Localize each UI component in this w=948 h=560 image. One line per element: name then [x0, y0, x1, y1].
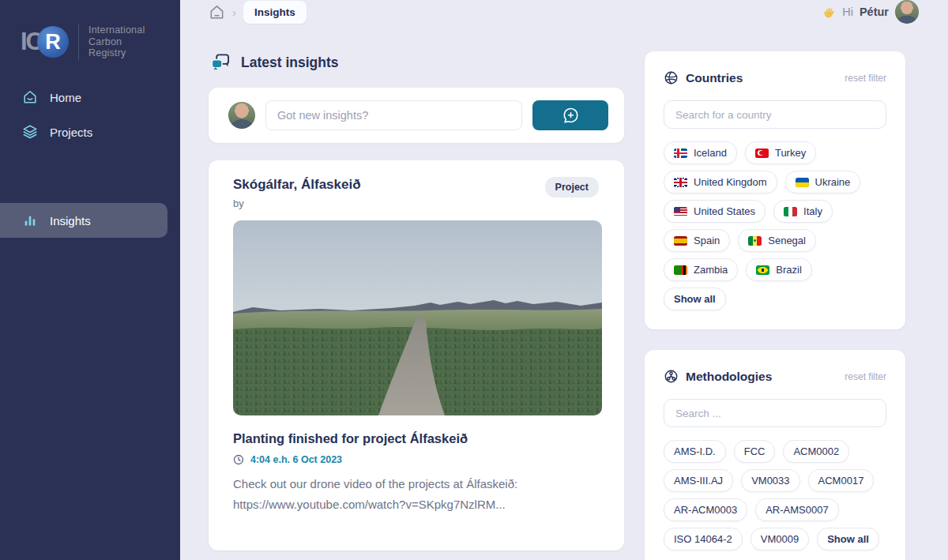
chip-label: FCC — [744, 445, 766, 457]
country-chip-ua[interactable]: Ukraine — [785, 171, 861, 194]
chip-label: AR-AMS0007 — [766, 504, 828, 516]
post-insight-button[interactable] — [532, 100, 608, 130]
country-chip-tr[interactable]: Turkey — [745, 141, 816, 164]
methodology-chip[interactable]: AR-ACM0003 — [664, 498, 747, 521]
countries-reset-filter[interactable]: reset filter — [845, 73, 886, 84]
bubble-plus-icon — [562, 107, 580, 125]
countries-panel: Countries reset filter IcelandTurkeyUnit… — [645, 51, 905, 329]
flag-it-icon — [784, 207, 797, 216]
chip-label: Iceland — [694, 147, 727, 159]
country-chip-br[interactable]: Brazil — [746, 258, 812, 281]
methodology-chip[interactable]: AMS-I.D. — [664, 440, 726, 463]
flag-tr-icon — [755, 148, 769, 158]
layers-icon — [22, 124, 38, 140]
sidebar-item-home[interactable]: Home — [0, 80, 180, 115]
chip-label: VM0033 — [751, 475, 789, 487]
methodology-chip[interactable]: VM0033 — [741, 469, 799, 492]
methodology-chip[interactable]: VM0009 — [750, 528, 809, 551]
methodology-chip[interactable]: ISO 14064-2 — [664, 528, 743, 551]
post-header: Skógálfar, Álfaskeið by Project — [233, 177, 599, 209]
methodology-chip[interactable]: ACM0017 — [808, 469, 875, 492]
country-chip-it[interactable]: Italy — [773, 200, 833, 223]
bar-chart-icon — [22, 212, 38, 228]
sidebar-item-label: Projects — [50, 126, 92, 139]
logo-r-circle: R — [37, 26, 69, 58]
methodology-search-input[interactable] — [664, 399, 886, 427]
country-chip-zm[interactable]: Zambia — [664, 258, 738, 281]
countries-header: Countries reset filter — [664, 70, 886, 85]
methodology-chip[interactable]: FCC — [734, 440, 776, 463]
insight-post-card: Skógálfar, Álfaskeið by Project — [209, 160, 624, 551]
insight-composer — [209, 88, 624, 143]
user-avatar[interactable] — [895, 0, 919, 24]
app-root: IC R International Carbon Registry Home — [0, 0, 948, 560]
chip-label: Show all — [827, 533, 869, 545]
content: Latest insights Skógálfa — [209, 24, 948, 560]
methodologies-show-all-button[interactable]: Show all — [817, 528, 879, 551]
sidebar-item-label: Home — [50, 91, 81, 104]
user-greeting: Hi Pétur — [822, 0, 919, 24]
flag-us-icon — [674, 207, 687, 216]
post-byline: by — [233, 197, 361, 209]
sidebar-nav: Home Projects Insights — [0, 80, 180, 238]
sidebar-item-label: Insights — [50, 214, 91, 227]
chip-label: Brazil — [776, 264, 802, 276]
insights-feed: Latest insights Skógálfa — [209, 24, 624, 551]
breadcrumb-home-icon[interactable] — [209, 4, 225, 21]
greeting-text: Hi — [842, 6, 853, 18]
waving-hand-icon — [822, 6, 836, 19]
methodologies-title: Methodologies — [686, 370, 772, 384]
home-icon — [22, 89, 38, 105]
flag-es-icon — [674, 236, 687, 246]
methodologies-header: Methodologies reset filter — [664, 369, 886, 384]
sidebar-item-projects[interactable]: Projects — [0, 115, 180, 149]
breadcrumb-current[interactable]: Insights — [243, 1, 307, 24]
chip-label: Zambia — [694, 264, 728, 276]
methodologies-reset-filter[interactable]: reset filter — [845, 371, 886, 382]
country-chip-gb[interactable]: United Kingdom — [664, 171, 777, 194]
post-type-badge: Project — [545, 177, 599, 197]
filters-column: Countries reset filter IcelandTurkeyUnit… — [645, 24, 905, 560]
methodology-chip[interactable]: AMS-III.AJ — [664, 469, 733, 492]
methodology-chip[interactable]: AR-AMS0007 — [755, 498, 838, 521]
chip-label: Spain — [694, 235, 720, 246]
chip-label: AMS-III.AJ — [674, 475, 723, 487]
chip-label: United Kingdom — [694, 176, 767, 188]
post-body-link: https://www.youtube.com/watch?v=SKpkg7Nz… — [233, 498, 506, 511]
post-body-line1: Check out our drone video of the project… — [233, 477, 517, 490]
flag-gb-icon — [674, 178, 687, 187]
country-chip-us[interactable]: United States — [664, 200, 766, 223]
section-title: Latest insights — [241, 54, 339, 71]
icr-logo-mark: IC R — [21, 26, 69, 58]
logo-wordmark: International Carbon Registry — [88, 24, 145, 59]
flag-sn-icon — [748, 236, 762, 246]
username: Pétur — [860, 6, 889, 18]
country-search-input[interactable] — [664, 100, 886, 129]
sidebar: IC R International Carbon Registry Home — [0, 0, 180, 560]
flag-br-icon — [756, 265, 769, 275]
country-chip-es[interactable]: Spain — [664, 229, 730, 252]
flag-is-icon — [674, 148, 687, 158]
post-timestamp: 4:04 e.h. 6 Oct 2023 — [250, 454, 342, 465]
drone-landscape-image — [233, 220, 602, 415]
post-title: Planting finished for project Álfaskeið — [233, 431, 599, 446]
chat-bubbles-icon — [210, 53, 231, 72]
chip-label: AMS-I.D. — [674, 445, 716, 457]
country-chip-sn[interactable]: Senegal — [738, 229, 816, 252]
main-area: › Insights Hi Pétur — [180, 0, 948, 560]
new-insight-input[interactable] — [265, 100, 522, 130]
chip-label: Italy — [803, 205, 822, 217]
chevron-right-icon: › — [232, 6, 236, 19]
methodology-chip[interactable]: ACM0002 — [783, 440, 849, 463]
country-chip-is[interactable]: Iceland — [664, 141, 737, 164]
methodology-network-icon — [664, 369, 679, 384]
section-header: Latest insights — [210, 53, 624, 72]
countries-title: Countries — [686, 71, 743, 85]
sidebar-item-insights[interactable]: Insights — [0, 203, 167, 238]
countries-show-all-button[interactable]: Show all — [664, 288, 726, 310]
logo-divider — [78, 24, 79, 60]
composer-avatar — [228, 102, 255, 129]
post-body: Check out our drone video of the project… — [233, 474, 599, 515]
icr-logo[interactable]: IC R International Carbon Registry — [0, 0, 180, 60]
methodology-chips: AMS-I.D.FCCACM0002AMS-III.AJVM0033ACM001… — [664, 440, 886, 551]
